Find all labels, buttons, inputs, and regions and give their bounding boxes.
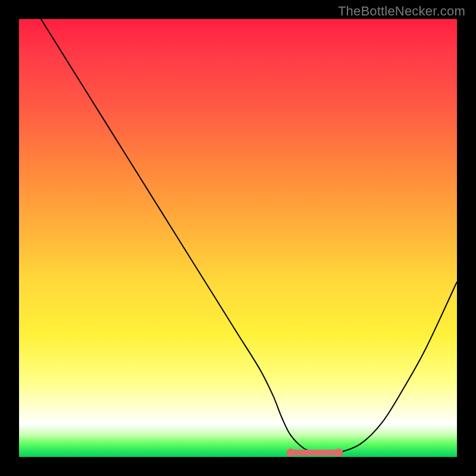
watermark-text: TheBottleNecker.com — [338, 4, 465, 19]
plot-area — [19, 19, 457, 457]
bottleneck-curve — [41, 19, 457, 453]
highlight-dot-right — [334, 449, 343, 457]
chart-svg — [19, 19, 457, 457]
highlight-dot-left — [286, 449, 295, 457]
chart-frame: TheBottleNecker.com — [0, 0, 476, 476]
